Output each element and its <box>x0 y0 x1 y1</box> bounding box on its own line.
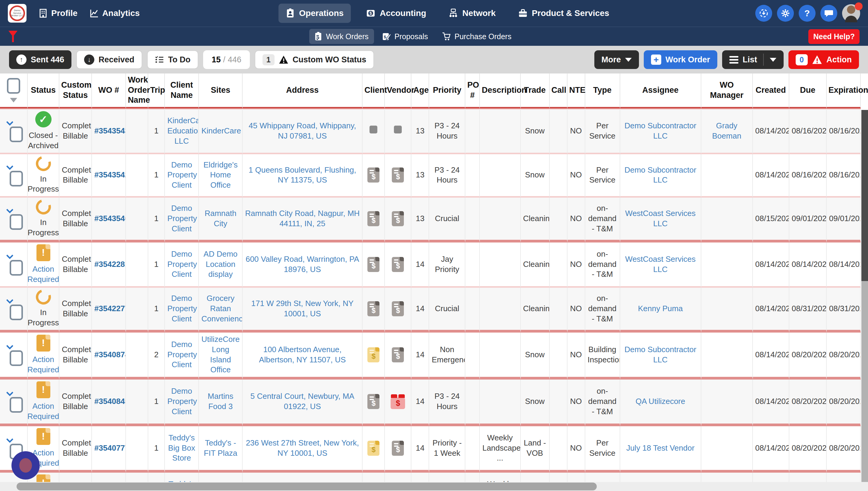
row-checkbox[interactable] <box>10 350 23 366</box>
vendor-invoice-icon[interactable]: $ <box>392 257 404 272</box>
need-help-button[interactable]: Need Help? <box>808 29 860 44</box>
address-link[interactable]: 100 Albertson Avenue, Albertson, NY 1150… <box>259 345 346 364</box>
vendor-invoice-icon[interactable]: $ <box>392 211 404 226</box>
wo-number-link[interactable]: #3543543 <box>94 126 126 135</box>
nav-item-analytics[interactable]: Analytics <box>89 8 140 18</box>
row-expand-chevron-icon[interactable] <box>6 343 13 350</box>
tab-product-services[interactable]: Product & Services <box>511 4 617 23</box>
received-filter-button[interactable]: ↓ Received <box>76 50 142 69</box>
wo-number-link[interactable]: #3540874 <box>94 350 126 359</box>
history-download-button[interactable] <box>755 5 772 22</box>
wo-number-link[interactable]: #3540845 <box>94 397 126 406</box>
row-expand-chevron-icon[interactable] <box>6 163 13 170</box>
row-expand-chevron-icon[interactable] <box>6 119 13 126</box>
site-link[interactable]: Grocery Ratan Convenience <box>201 294 243 323</box>
select-menu-caret-icon[interactable] <box>10 98 17 103</box>
client-name-link[interactable]: Teddy's Big Box Store <box>168 433 195 463</box>
chat-bubble-button[interactable] <box>820 5 837 22</box>
assignee-link[interactable]: WestCoast Services LLC <box>625 209 696 228</box>
address-link[interactable]: 600 Valley Road, Warrington, PA 18976, U… <box>246 255 359 274</box>
chevron-down-icon[interactable] <box>770 58 776 62</box>
user-avatar[interactable] <box>842 4 860 22</box>
page-indicator[interactable]: 15 / 446 <box>203 50 250 69</box>
status-label[interactable]: Action Required <box>28 354 59 375</box>
row-expand-chevron-icon[interactable] <box>6 252 13 259</box>
nav-item-profile[interactable]: Profile <box>38 8 78 18</box>
wo-number-link[interactable]: #3543540 <box>94 214 126 223</box>
row-checkbox[interactable] <box>10 397 23 413</box>
help-question-button[interactable]: ? <box>799 5 816 22</box>
address-link[interactable]: 45 Whippany Road, Whippany, NJ 07981, US <box>249 121 356 140</box>
vendor-invoice-icon[interactable]: $ <box>392 301 404 316</box>
select-all-checkbox[interactable] <box>7 78 20 94</box>
assignee-link[interactable]: Demo Subcontractor LLC <box>624 121 696 140</box>
address-link[interactable]: Ramnath City Road, Nagpur, MH 44111, IN,… <box>245 209 360 228</box>
assignee-link[interactable]: WestCoast Services LLC <box>625 255 696 274</box>
vendor-invoice-icon[interactable]: $ <box>392 441 404 456</box>
site-link[interactable]: Eldridge's Home Office <box>203 160 237 190</box>
row-checkbox[interactable] <box>10 171 23 186</box>
client-invoice-icon[interactable]: $ <box>367 168 380 182</box>
client-name-link[interactable]: Demo Property Client <box>167 340 197 369</box>
client-name-link[interactable]: Demo Property Client <box>167 386 197 416</box>
row-checkbox[interactable] <box>10 214 23 230</box>
site-link[interactable]: UtilizeCore Long Island Office <box>201 335 240 374</box>
action-button[interactable]: 0 Action <box>788 50 859 69</box>
site-link[interactable]: Ramnath City <box>205 209 236 228</box>
custom-wo-status-button[interactable]: 1 Custom WO Status <box>255 50 374 69</box>
site-link[interactable]: Teddy's - FIT Plaza <box>204 438 237 458</box>
settings-gear-button[interactable] <box>777 5 794 22</box>
assignee-link[interactable]: Kenny Puma <box>638 304 683 313</box>
client-name-link[interactable]: Demo Property Client <box>167 204 197 233</box>
vendor-invoice-icon[interactable]: $ <box>392 168 404 182</box>
tab-operations[interactable]: Operations <box>279 4 351 23</box>
row-expand-chevron-icon[interactable] <box>6 206 13 213</box>
client-invoice-icon[interactable]: $ <box>367 394 380 409</box>
tab-network[interactable]: Network <box>441 4 503 23</box>
assignee-link[interactable]: QA Utilizecore <box>636 397 685 406</box>
wo-manager-link[interactable]: Grady Boeman <box>712 121 741 140</box>
site-link[interactable]: AD Demo Location display <box>203 250 237 279</box>
assignee-link[interactable]: July 18 Test Vendor <box>626 443 694 453</box>
row-expand-chevron-icon[interactable] <box>6 389 13 397</box>
subtab-proposals[interactable]: $ Proposals <box>377 29 433 44</box>
more-button[interactable]: More <box>594 50 639 69</box>
subtab-work-orders[interactable]: Work Orders <box>309 29 374 44</box>
new-work-order-button[interactable]: + Work Order <box>644 50 717 69</box>
address-link[interactable]: 236 West 27th Street, New York, NY 10001… <box>246 438 359 458</box>
client-invoice-icon[interactable]: $ <box>367 211 380 226</box>
assignee-link[interactable]: Demo Subcontractor LLC <box>624 165 696 185</box>
client-name-link[interactable]: KinderCare Education LLC <box>167 116 199 145</box>
row-checkbox[interactable] <box>10 305 23 320</box>
sent-filter-button[interactable]: ↑ Sent 446 <box>9 50 72 69</box>
assignee-link[interactable]: Demo Subcontractor LLC <box>624 345 696 364</box>
vertical-scrollbar-thumb[interactable] <box>861 110 868 281</box>
horizontal-scrollbar-thumb[interactable] <box>17 483 597 490</box>
wo-number-link[interactable]: #3542281 <box>94 260 126 269</box>
client-invoice-icon[interactable]: $ <box>367 257 380 272</box>
client-status-square-icon[interactable] <box>369 125 377 134</box>
chat-widget-button[interactable] <box>11 451 40 480</box>
row-checkbox[interactable] <box>10 126 23 142</box>
wo-number-link[interactable]: #3540777 <box>94 443 126 453</box>
address-link[interactable]: 171 W 29th St, New York, NY 10001, US <box>251 299 354 318</box>
vendor-status-square-icon[interactable] <box>394 125 402 134</box>
status-label[interactable]: Action Required <box>28 401 59 422</box>
vendor-invoice-box-red-icon[interactable]: $ <box>391 398 405 409</box>
row-expand-chevron-icon[interactable] <box>6 436 13 443</box>
vendor-invoice-icon[interactable]: $ <box>392 347 404 363</box>
client-invoice-icon[interactable]: $ <box>367 347 380 363</box>
filter-funnel-icon[interactable] <box>8 31 18 42</box>
subtab-purchase-orders[interactable]: Purchase Orders <box>437 29 517 44</box>
client-invoice-icon[interactable]: $ <box>367 301 380 316</box>
wo-number-link[interactable]: #3542277 <box>94 304 126 313</box>
site-link[interactable]: KinderCare <box>201 126 241 135</box>
row-expand-chevron-icon[interactable] <box>6 296 13 304</box>
list-view-button[interactable]: List <box>722 50 784 69</box>
client-name-link[interactable]: Demo Property Client <box>167 294 197 323</box>
address-link[interactable]: 5 Central Court, Newbury, MA 01922, US <box>250 392 355 411</box>
vertical-scrollbar[interactable] <box>861 110 868 482</box>
company-logo[interactable]: Demo Service Broker LLC <box>8 4 27 23</box>
row-checkbox[interactable] <box>10 260 23 276</box>
site-link[interactable]: Martins Food 3 <box>208 392 233 411</box>
